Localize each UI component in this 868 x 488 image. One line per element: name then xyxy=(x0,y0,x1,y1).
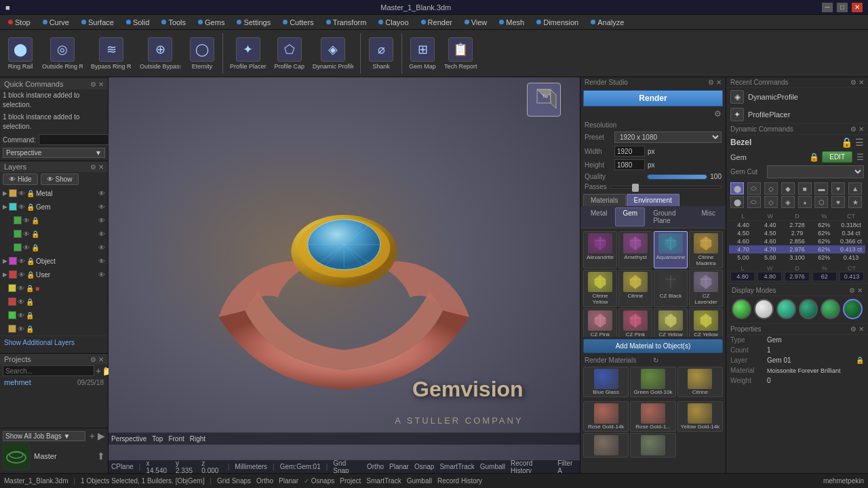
center-viewport[interactable]: Gemvision A STULLER COMPANY Top End Near… xyxy=(108,77,580,473)
gem-material-cz-yellow[interactable]: CZ Yellow xyxy=(689,308,723,337)
layer-eye-user[interactable]: 👁 xyxy=(18,271,25,279)
render-material-rose-gold-14k[interactable]: Rose Gold-14k xyxy=(583,401,629,432)
gem-material-cz-black[interactable]: CZ Black xyxy=(654,270,688,307)
cut-shape-rect[interactable]: ▬ xyxy=(814,182,828,195)
statusbar-osnap[interactable]: ✓ Osnaps xyxy=(304,477,334,485)
tool-dynamic-profile[interactable]: ◈Dynamic Profile xyxy=(310,36,356,71)
gem-lock-icon[interactable]: 🔒 xyxy=(809,152,819,162)
prop-close-icon[interactable]: ✕ xyxy=(859,325,864,333)
layer-lock-g1[interactable]: 🔒 xyxy=(31,217,39,224)
layer-lock-object[interactable]: 🔒 xyxy=(26,258,35,265)
menu-item-gems[interactable]: Gems xyxy=(193,17,230,28)
gem-material-cz-yellow-light[interactable]: CZ Yellow Light xyxy=(654,308,688,337)
menu-item-stop[interactable]: Stop xyxy=(3,17,36,28)
layer-eye-e2[interactable]: 👁 xyxy=(18,298,24,306)
cut-shape-hex[interactable]: ⬡ xyxy=(814,196,828,208)
projects-add-icon[interactable]: + xyxy=(96,365,101,376)
gem-edit-button[interactable]: EDIT xyxy=(822,151,852,163)
tool-outside-ring-rail[interactable]: ◎Outside Ring Rail xyxy=(39,36,85,71)
cut-shape-oval2[interactable]: ⬭ xyxy=(747,196,761,208)
layer-expand-gem-icon[interactable]: ▶ xyxy=(3,203,7,210)
cut-shape-diamond[interactable]: ◈ xyxy=(781,196,795,208)
render-material-rose-gold-1...[interactable]: Rose Gold-1... xyxy=(630,401,675,432)
render-material-[interactable] xyxy=(583,433,629,458)
gem-material-cz-pink[interactable]: CZ Pink xyxy=(618,308,652,337)
sphere-green-mid[interactable] xyxy=(821,299,840,319)
navigation-cube[interactable]: Top xyxy=(527,83,561,117)
materials-tab[interactable]: Materials xyxy=(583,194,626,206)
menu-item-surface[interactable]: Surface xyxy=(76,17,119,28)
gem-tab[interactable]: Gem xyxy=(615,207,645,226)
projects-header[interactable]: Projects ⚙ ✕ xyxy=(0,354,108,365)
menu-item-cutters[interactable]: Cutters xyxy=(277,17,319,28)
render-material-green-gold-10k[interactable]: Green Gold-10k xyxy=(630,367,675,397)
layer-eye-e1[interactable]: 👁 xyxy=(18,285,24,292)
layer-eye-g2[interactable]: 👁 xyxy=(23,230,30,238)
statusbar-gridsnap[interactable]: Grid Snaps xyxy=(217,477,251,485)
cut-shape-pear2[interactable]: ◇ xyxy=(764,196,778,208)
metal-tab[interactable]: Metal xyxy=(583,207,614,226)
gem-material-aquamarine[interactable]: Aquamarine xyxy=(654,231,688,268)
layer-render-g2[interactable]: 👁 xyxy=(98,230,105,238)
layer-render-user[interactable]: 👁 xyxy=(98,271,105,279)
quick-commands-header[interactable]: Quick Commands ⚙ ✕ xyxy=(0,79,108,89)
menu-item-curve[interactable]: Curve xyxy=(37,17,75,28)
projects-search-input[interactable] xyxy=(3,365,94,376)
statusbar-smarttrack[interactable]: SmartTrack xyxy=(366,477,401,485)
layer-lock-e4[interactable]: 🔒 xyxy=(26,325,34,333)
settings-icon[interactable]: ⚙ xyxy=(90,81,96,88)
preset-select[interactable]: 1920 x 1080 xyxy=(614,131,722,143)
render-materials-refresh-icon[interactable]: ↻ xyxy=(653,357,722,364)
layer-render-object[interactable]: 👁 xyxy=(98,258,105,265)
layer-eye-gem-icon[interactable]: 👁 xyxy=(18,203,25,211)
cut-shape-cush[interactable]: ⬧ xyxy=(798,196,812,208)
tool-bypass-ring-rail[interactable]: ≋Bypass Ring Rail xyxy=(88,36,134,71)
layer-lock-gem-icon[interactable]: 🔒 xyxy=(26,203,35,211)
projects-settings-icon[interactable]: ⚙ xyxy=(90,356,96,363)
show-button[interactable]: 👁 Show xyxy=(41,174,79,185)
right-tab[interactable]: Right xyxy=(190,435,205,443)
rc-item-profile-placer[interactable]: ✦ ProfilePlacer xyxy=(726,106,868,123)
sphere-green-light[interactable] xyxy=(732,299,751,319)
layer-eye-object[interactable]: 👁 xyxy=(18,258,25,265)
close-button[interactable]: ✕ xyxy=(852,3,863,12)
tool-ring-rail[interactable]: ⬤Ring Rail xyxy=(4,36,37,71)
layer-lock-icon[interactable]: 🔒 xyxy=(26,190,35,197)
layer-expand-icon[interactable]: ▶ xyxy=(3,190,7,197)
gem-material-cz-lavender[interactable]: CZ Lavender xyxy=(689,270,723,307)
layer-render-g3[interactable]: 👁 xyxy=(98,244,105,251)
layer-eye-e3[interactable]: 👁 xyxy=(18,312,24,319)
cut-shape-star[interactable]: ★ xyxy=(848,196,862,208)
add-material-button[interactable]: Add Material to Object(s) xyxy=(583,339,723,353)
layer-expand-user-icon[interactable]: ▶ xyxy=(3,271,7,278)
tool-eternity[interactable]: ◯Eternity xyxy=(186,36,218,71)
passes-slider[interactable] xyxy=(610,186,722,188)
cut-shape-square[interactable]: ■ xyxy=(798,182,812,195)
layer-lock-g3[interactable]: 🔒 xyxy=(31,244,39,251)
gem-material-alexandrite[interactable]: Alexandrite xyxy=(583,231,617,268)
statusbar-project[interactable]: Project xyxy=(340,477,361,485)
sphere-dark-teal[interactable] xyxy=(799,299,818,319)
sphere-dark-green[interactable] xyxy=(843,299,863,319)
menu-item-clayoo[interactable]: Clayoo xyxy=(373,17,414,28)
menu-item-dimension[interactable]: Dimension xyxy=(531,17,584,28)
layer-expand-object-icon[interactable]: ▶ xyxy=(3,258,7,264)
render-material-blue-glass[interactable]: Blue Glass xyxy=(583,367,629,397)
sphere-teal[interactable] xyxy=(776,299,796,319)
menu-item-render[interactable]: Render xyxy=(416,17,458,28)
menu-item-transform[interactable]: Transform xyxy=(321,17,372,28)
top-tab[interactable]: Top xyxy=(152,435,163,443)
tool-shank[interactable]: ⌀Shank xyxy=(365,36,397,71)
minimize-button[interactable]: ─ xyxy=(822,3,833,12)
menu-item-analyze[interactable]: Analyze xyxy=(585,17,629,28)
job-bags-add-icon[interactable]: + xyxy=(90,430,95,441)
tool-profile-placer[interactable]: ✦Profile Placer xyxy=(227,36,269,71)
cut-shape-marquise[interactable]: ◆ xyxy=(781,182,795,195)
tool-outside-bypass-rin[interactable]: ⊕Outside Bypass Rin... xyxy=(137,36,183,71)
layer-lock-e1[interactable]: 🔒 xyxy=(26,285,34,292)
misc-tab[interactable]: Misc xyxy=(694,207,723,226)
gem-material-cz-pink-light[interactable]: CZ Pink Light xyxy=(583,308,617,337)
cut-shape-round2[interactable]: ⬤ xyxy=(730,196,744,208)
cut-shape-oval[interactable]: ⬭ xyxy=(747,182,761,195)
layer-lock-e3[interactable]: 🔒 xyxy=(26,312,34,319)
